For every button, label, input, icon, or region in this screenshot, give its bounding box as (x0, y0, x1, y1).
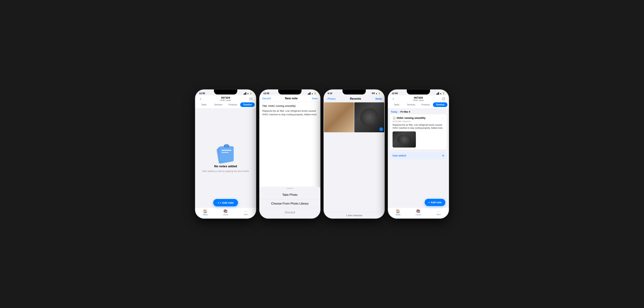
carpet-image (324, 102, 354, 132)
card-title-4: HVAC running smoothly (397, 117, 426, 119)
nav-library-4[interactable]: 📚 Library (408, 209, 428, 216)
selection-count-3: 1 Item Selected (346, 214, 362, 217)
card-meta-4: 10:03 AM • David So (392, 120, 444, 122)
tab-timeline-4[interactable]: Timeline (433, 102, 448, 107)
bar4-3 (438, 93, 438, 95)
date-label-4: Fri Mar 4 (400, 110, 410, 113)
back-button-4[interactable]: ‹ (391, 96, 396, 101)
nav-library-label-4: Library (416, 214, 421, 216)
new-note-title-2: New note (285, 97, 298, 100)
note-content-2[interactable]: Title: HVAC running smoothly| Replaced t… (259, 102, 320, 195)
empty-title-1: No notes added (214, 165, 237, 168)
status-icons-3: $0$ ▲ 🔋 (372, 92, 381, 94)
svg-rect-4 (222, 152, 229, 153)
grid-spacer-3 (324, 157, 385, 212)
wifi-icon-3: ▲ (376, 92, 378, 94)
chevron-left-icon-4: ‹ (392, 96, 394, 101)
tab-tasks-1[interactable]: Tasks (196, 102, 211, 107)
tab-timeline-1[interactable]: Timeline (240, 102, 255, 107)
phone-1: 12:55 ▲ 🔋 ‹ 007329 HVAC repair (195, 89, 256, 219)
nav-home-4[interactable]: 🏠 Home (388, 209, 408, 216)
chevron-left-icon-3: ‹ (326, 97, 328, 100)
svg-rect-6 (225, 144, 228, 146)
timeline-section-header-4: Today • Fri Mar 4 (388, 109, 449, 114)
bottom-nav-4: 🏠 Home 📚 Library ··· More (388, 207, 449, 219)
wifi-icon-4: ▲ (440, 92, 442, 94)
status-icons-1: ▲ 🔋 (244, 92, 252, 95)
action-sheet-2: Take Photo Choose From Photo Library Dis… (259, 187, 320, 219)
library-icon-4: 📚 (416, 209, 420, 213)
status-time-1: 12:55 (199, 92, 205, 95)
status-time-3: 9:10 (328, 92, 332, 95)
status-time-2: 12:55 (263, 92, 269, 95)
tab-services-1[interactable]: Services (211, 102, 226, 107)
wifi-icon-2: ▲ (311, 92, 313, 94)
signal-bars-2 (308, 92, 310, 95)
action-sheet-handle (287, 188, 293, 189)
photos-back-button-3[interactable]: ‹ Photos (326, 97, 336, 100)
export-button-1[interactable]: ⬜ (248, 96, 253, 101)
note-title-field-2[interactable]: Title: HVAC running smoothly| (262, 104, 318, 107)
nav-more-4[interactable]: ··· More (428, 209, 449, 216)
header-title-4: 007329 HVAC repair (396, 96, 441, 101)
bar2-3 (309, 93, 310, 95)
more-icon-4: ··· (437, 209, 440, 213)
add-note-fab-4[interactable]: + Add note (425, 199, 445, 206)
nav-home-1[interactable]: 🏠 Home (195, 209, 216, 216)
tab-services-4[interactable]: Services (404, 102, 418, 107)
card-header-4: 📋 HVAC running smoothly ··· (392, 116, 444, 120)
status-icons-4: ▲ 🔋 (436, 92, 445, 95)
done-button-3[interactable]: Done (376, 97, 382, 100)
content-1: No notes added Start adding a note by ta… (195, 109, 256, 207)
photo-thumb-hvac[interactable]: ✓ (354, 102, 384, 132)
card-menu-button-4[interactable]: ··· (442, 116, 444, 120)
add-note-fab-1[interactable]: + + Add note (213, 199, 238, 206)
tabs-4: Tasks Services Products Timeline (388, 102, 449, 109)
action-choose-library[interactable]: Choose From Photo Library (259, 199, 320, 208)
back-button-1[interactable]: ‹ (198, 96, 203, 101)
nav-more-label-1: More (244, 214, 248, 216)
timeline-card-4: 📋 HVAC running smoothly ··· 10:03 AM • D… (390, 114, 447, 150)
job-number-4: 007329 (396, 96, 441, 99)
plus-icon-fab-1: + (218, 201, 219, 204)
nav-more-label-4: More (437, 214, 441, 216)
export-icon-1: ⬜ (249, 97, 252, 100)
discard-button-2[interactable]: Discard (262, 97, 271, 100)
photo-thumb-carpet[interactable] (324, 102, 354, 132)
action-take-photo[interactable]: Take Photo (259, 191, 320, 199)
bottom-nav-1: 🏠 Home 📚 Library ··· More (195, 207, 256, 219)
tab-products-1[interactable]: Products (226, 102, 240, 107)
export-button-4[interactable]: ⬜ (441, 96, 446, 101)
tabs-1: Tasks Services Products Timeline (195, 102, 256, 109)
chevron-left-icon-1: ‹ (200, 96, 201, 101)
selection-badge-3: ✓ (379, 127, 383, 131)
signal-bars-1 (244, 92, 246, 95)
tab-tasks-4[interactable]: Tasks (389, 102, 404, 107)
battery-icon-3: 🔋 (378, 92, 381, 94)
card-hvac-image (392, 131, 416, 148)
bar4-2 (437, 93, 438, 95)
notch-1 (214, 89, 237, 94)
nav-more-1[interactable]: ··· More (236, 209, 256, 216)
app-header-1: ‹ 007329 HVAC repair ⬜ (195, 95, 256, 102)
phone-4: 12:55 ▲ 🔋 ‹ 007329 HVAC repair (388, 89, 449, 219)
card-body-4: Replaced the air filter. Low refrigerant… (392, 123, 444, 130)
action-discard[interactable]: Discard (259, 208, 320, 217)
nav-library-1[interactable]: 📚 Library (216, 209, 236, 216)
bar2 (244, 93, 245, 95)
header-title-1: 007329 HVAC repair (203, 96, 248, 101)
notch-3 (342, 89, 366, 94)
note-body-field-2[interactable]: Replaced the air filter. Low refrigerant… (262, 109, 318, 116)
job-number-1: 007329 (203, 96, 248, 99)
screen-3: 9:10 $0$ ▲ 🔋 ‹ Photos Recents Done (324, 89, 385, 219)
save-button-2[interactable]: Save (312, 97, 318, 100)
toast-text-4: Note added! (392, 154, 406, 157)
photo-status-bar-3: 1 Item Selected (324, 212, 385, 219)
photos-header-3: ‹ Photos Recents Done (324, 95, 385, 102)
toast-close-button-4[interactable]: ✕ (442, 154, 444, 157)
checkmark-icon-3: ✓ (380, 128, 382, 130)
recents-title-3: Recents (350, 97, 361, 100)
status-icons-2: ▲ 🔋 (308, 92, 316, 95)
photo-grid-3: ✓ (324, 102, 385, 157)
tab-products-4[interactable]: Products (418, 102, 433, 107)
